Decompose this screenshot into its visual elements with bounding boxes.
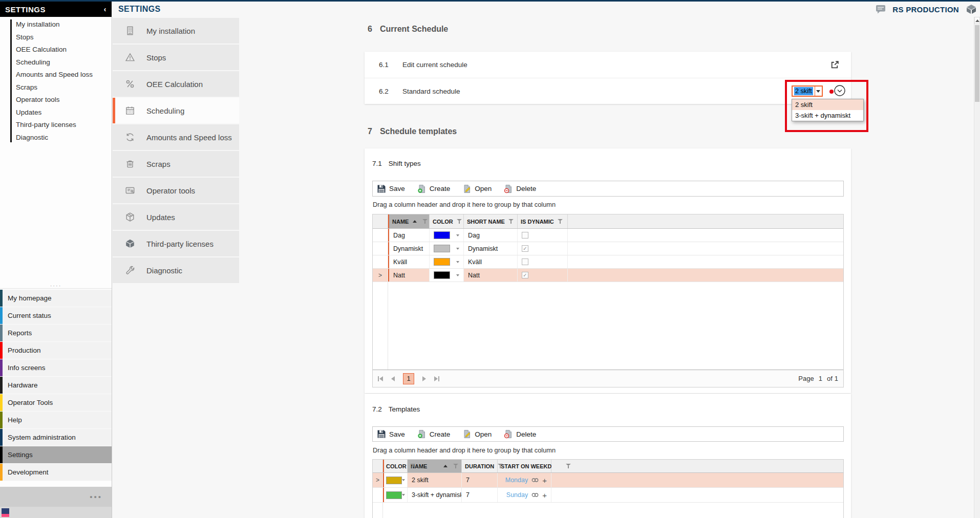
module-reports[interactable]: Reports: [0, 325, 112, 342]
is-dynamic-checkbox[interactable]: [522, 258, 528, 265]
combobox-dropdown-button[interactable]: [815, 87, 822, 96]
filter-icon[interactable]: [508, 219, 514, 224]
color-cell[interactable]: [430, 242, 464, 255]
scroll-up-icon[interactable]: [974, 17, 980, 24]
settings-item-my-installation[interactable]: My installation: [113, 18, 239, 44]
settings-item-third-party-licenses[interactable]: Third-party licenses: [113, 231, 239, 256]
settings-item-scraps[interactable]: Scraps: [113, 151, 239, 177]
more-options-icon[interactable]: •••: [90, 492, 102, 501]
edit-current-schedule-row[interactable]: 6.1 Edit current schedule: [365, 52, 851, 78]
dropdown-arrow-icon[interactable]: [456, 261, 459, 263]
column-header-is-dynamic[interactable]: IS DYNAMIC: [518, 214, 568, 228]
module-info-screens[interactable]: Info screens: [0, 359, 112, 377]
settings-item-operator-tools[interactable]: Operator tools: [113, 178, 239, 203]
row-expander-icon[interactable]: >: [378, 272, 382, 279]
open-button[interactable]: Open: [462, 429, 492, 439]
standard-schedule-row[interactable]: 6.2 Standard schedule: [365, 78, 851, 104]
quick-nav-stops[interactable]: Stops: [0, 31, 112, 44]
color-swatch[interactable]: [434, 245, 450, 252]
color-swatch[interactable]: [434, 231, 450, 239]
chat-bubble-icon[interactable]: [876, 5, 886, 14]
column-header-short-name[interactable]: SHORT NAME: [464, 214, 518, 228]
shift-type-row-dag[interactable]: Dag Dag: [373, 229, 843, 242]
external-link-icon[interactable]: [830, 60, 840, 70]
column-header-name[interactable]: NAME: [388, 214, 430, 228]
settings-item-oee-calculation[interactable]: OEE Calculation: [113, 71, 239, 97]
module-hardware[interactable]: Hardware: [0, 377, 112, 394]
link-chain-icon[interactable]: [531, 476, 539, 484]
filter-icon[interactable]: [558, 219, 563, 224]
scrollbar-thumb[interactable]: [975, 25, 979, 102]
filter-icon[interactable]: [457, 219, 460, 224]
first-page-button[interactable]: [378, 376, 383, 381]
dropdown-arrow-icon[interactable]: [402, 479, 405, 481]
chevron-left-icon[interactable]: ‹: [104, 5, 106, 13]
module-production[interactable]: Production: [0, 342, 112, 359]
combobox-value[interactable]: 2 skift: [794, 87, 813, 95]
group-by-hint[interactable]: Drag a column header and drop it here to…: [373, 201, 556, 208]
color-swatch[interactable]: [386, 477, 402, 484]
add-icon[interactable]: +: [542, 492, 547, 499]
vertical-scrollbar[interactable]: [974, 17, 980, 518]
settings-item-stops[interactable]: Stops: [113, 45, 239, 70]
color-cell[interactable]: [430, 229, 464, 242]
color-cell[interactable]: [383, 473, 408, 487]
color-cell[interactable]: [430, 255, 464, 268]
add-icon[interactable]: +: [542, 477, 547, 484]
dropdown-option-2-skift[interactable]: 2 skift: [792, 99, 863, 110]
template-row-3-skift-dynamiskt[interactable]: 3-skift + dynamiskt 7 Sunday+: [373, 488, 843, 503]
quick-nav-third-party-licenses[interactable]: Third-party licenses: [0, 119, 112, 132]
module-settings[interactable]: Settings: [0, 446, 112, 464]
shift-type-row-natt[interactable]: > Natt Natt: [373, 269, 843, 282]
dropdown-arrow-icon[interactable]: [456, 274, 459, 276]
settings-item-amounts-speed-loss[interactable]: Amounts and Speed loss: [113, 124, 239, 150]
quick-nav-scraps[interactable]: Scraps: [0, 81, 112, 94]
module-development[interactable]: Development: [0, 464, 112, 481]
color-swatch[interactable]: [434, 271, 450, 279]
module-current-status[interactable]: Current status: [0, 307, 112, 325]
dropdown-arrow-icon[interactable]: [456, 234, 459, 236]
dropdown-arrow-icon[interactable]: [402, 494, 405, 496]
delete-button[interactable]: Delete: [504, 429, 536, 439]
quick-nav-amounts-speed-loss[interactable]: Amounts and Speed loss: [0, 69, 112, 81]
color-swatch[interactable]: [434, 258, 450, 266]
color-cell[interactable]: [430, 269, 464, 282]
quick-nav-scheduling[interactable]: Scheduling: [0, 56, 112, 69]
current-page-button[interactable]: 1: [403, 373, 414, 384]
row-expander-icon[interactable]: >: [376, 477, 379, 484]
column-header-name[interactable]: NAME: [408, 460, 462, 472]
column-header-color[interactable]: COLOR: [430, 214, 464, 228]
quick-nav-diagnostic[interactable]: Diagnostic: [0, 132, 112, 144]
quick-nav-updates[interactable]: Updates: [0, 106, 112, 119]
template-row-2-skift[interactable]: > 2 skift 7 Monday+: [373, 473, 843, 488]
last-page-button[interactable]: [434, 376, 439, 381]
settings-item-updates[interactable]: Updates: [113, 204, 239, 230]
settings-item-scheduling[interactable]: Scheduling: [113, 98, 239, 123]
module-my-homepage[interactable]: My homepage: [0, 290, 112, 307]
language-flag-icon[interactable]: [2, 508, 9, 517]
module-system-administration[interactable]: System administration: [0, 429, 112, 446]
filter-icon[interactable]: [453, 464, 458, 468]
module-help[interactable]: Help: [0, 412, 112, 429]
color-cell[interactable]: [383, 488, 408, 502]
next-page-button[interactable]: [422, 376, 426, 381]
create-button[interactable]: Create: [417, 184, 451, 193]
is-dynamic-checkbox[interactable]: [522, 272, 528, 278]
delete-button[interactable]: Delete: [504, 184, 536, 193]
dropdown-option-3-skift-dynamiskt[interactable]: 3-skift + dynamiskt: [792, 110, 863, 121]
weekday-link[interactable]: Monday: [505, 477, 528, 484]
previous-page-button[interactable]: [391, 376, 395, 381]
shift-type-row-dynamiskt[interactable]: Dynamiskt Dynamiskt: [373, 242, 843, 255]
quick-nav-oee-calculation[interactable]: OEE Calculation: [0, 44, 112, 56]
is-dynamic-checkbox[interactable]: [522, 245, 528, 252]
weekday-link[interactable]: Sunday: [506, 491, 528, 499]
column-header-color[interactable]: COLOR: [383, 460, 408, 472]
panel-splitter[interactable]: ····: [0, 284, 112, 289]
open-button[interactable]: Open: [462, 184, 492, 193]
color-swatch[interactable]: [386, 491, 402, 499]
is-dynamic-checkbox[interactable]: [522, 232, 528, 239]
settings-item-diagnostic[interactable]: Diagnostic: [113, 257, 239, 283]
filter-icon[interactable]: [422, 219, 426, 224]
cube-icon[interactable]: [966, 4, 977, 14]
column-header-start-on-weekday[interactable]: START ON WEEKDAY: [498, 460, 551, 472]
